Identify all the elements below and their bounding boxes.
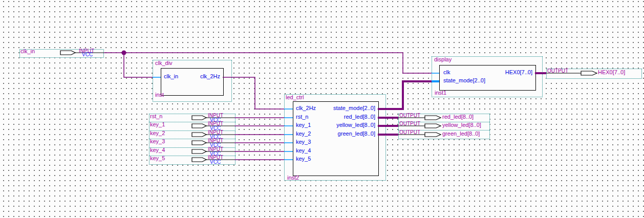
port-ledctrl-clk-2hz: clk_2Hz: [296, 105, 316, 111]
port-ledctrl-red-led: red_led[8..0]: [344, 114, 375, 120]
block-title-display[interactable]: display: [434, 57, 452, 62]
pin-name-clk-in[interactable]: clk_in: [20, 49, 35, 54]
port-ledctrl-key-4: key_4: [296, 148, 311, 154]
wiring-layer: [0, 0, 644, 218]
port-display-state-mode: state_mode[2..0]: [443, 78, 485, 83]
input-pin-symbol-key-3[interactable]: [192, 141, 206, 145]
instance-name-inst[interactable]: inst: [155, 92, 164, 98]
port-ledctrl-key-2: key_2: [296, 131, 311, 137]
input-pin-symbol-rst-n[interactable]: [192, 116, 206, 120]
port-ledctrl-yellow-led: yellow_led[8..0]: [336, 122, 375, 128]
net-junction-dot: [122, 51, 126, 55]
pin-value-key-5: VCC: [210, 160, 221, 164]
block-title-clk-div[interactable]: clk_div: [155, 60, 173, 66]
net-clk-to-display[interactable]: [104, 53, 432, 73]
block-title-led-ctrl[interactable]: led_ctrl: [286, 95, 304, 100]
input-pin-symbol-key-4[interactable]: [192, 149, 206, 154]
bus-state-mode[interactable]: [378, 81, 432, 109]
port-clkdiv-clk-in: clk_in: [164, 74, 178, 79]
input-pin-symbol-clk-in[interactable]: [60, 51, 75, 55]
net-clk-to-clkdiv[interactable]: [124, 53, 153, 77]
port-ledctrl-key-5: key_5: [296, 156, 311, 162]
pin-type-yellow-led: OUTPUT: [399, 122, 420, 126]
pin-name-green-led[interactable]: green_led[8..0]: [442, 131, 480, 137]
port-ledctrl-rst-n: rst_n: [296, 114, 308, 120]
input-pin-symbol-key-2[interactable]: [192, 133, 206, 137]
pin-name-key-4[interactable]: key_4: [150, 147, 165, 153]
pin-name-hex0[interactable]: HEX0[7..0]: [598, 70, 625, 75]
instance-name-inst2[interactable]: inst2: [287, 175, 299, 181]
pin-type-green-led: OUTPUT: [399, 130, 420, 135]
port-clkdiv-clk-2hz: clk_2Hz: [200, 74, 220, 79]
output-pin-symbol-red-led[interactable]: [425, 116, 441, 120]
port-ledctrl-key-3: key_3: [296, 139, 311, 145]
pin-name-yellow-led[interactable]: yellow_led[8..0]: [442, 122, 481, 128]
pin-type-red-led: OUTPUT: [399, 114, 420, 118]
port-ledctrl-green-led: green_led[8..0]: [338, 131, 375, 137]
pin-name-key-3[interactable]: key_3: [150, 139, 165, 144]
port-ledctrl-state-mode: state_mode[2..0]: [333, 105, 375, 111]
port-display-hex0: HEX0[7..0]: [505, 70, 532, 75]
output-pin-symbol-yellow-led[interactable]: [425, 124, 441, 128]
pin-type-hex0: OUTPUT: [547, 69, 568, 73]
port-ledctrl-key-1: key_1: [296, 122, 311, 128]
pin-name-key-1[interactable]: key_1: [150, 122, 165, 127]
pin-name-red-led[interactable]: red_led[8..0]: [442, 114, 474, 120]
input-pin-symbol-key-5[interactable]: [192, 158, 206, 162]
pin-name-key-2[interactable]: key_2: [150, 130, 165, 136]
output-pin-symbol-hex0[interactable]: [581, 71, 597, 75]
input-pin-symbol-key-1[interactable]: [192, 124, 206, 128]
pin-value-clk-in: VCC: [82, 53, 93, 57]
output-pin-symbol-green-led[interactable]: [425, 133, 441, 137]
net-clk2hz[interactable]: [223, 77, 284, 109]
instance-name-inst1[interactable]: inst1: [435, 90, 446, 96]
port-display-clk: clk: [443, 70, 450, 75]
pin-name-rst-n[interactable]: rst_n: [150, 114, 162, 119]
pin-name-key-5[interactable]: key_5: [150, 156, 165, 161]
schematic-canvas[interactable]: clk_in INPUT VCC rst_n INPUT VCC key_1 I…: [0, 0, 644, 218]
